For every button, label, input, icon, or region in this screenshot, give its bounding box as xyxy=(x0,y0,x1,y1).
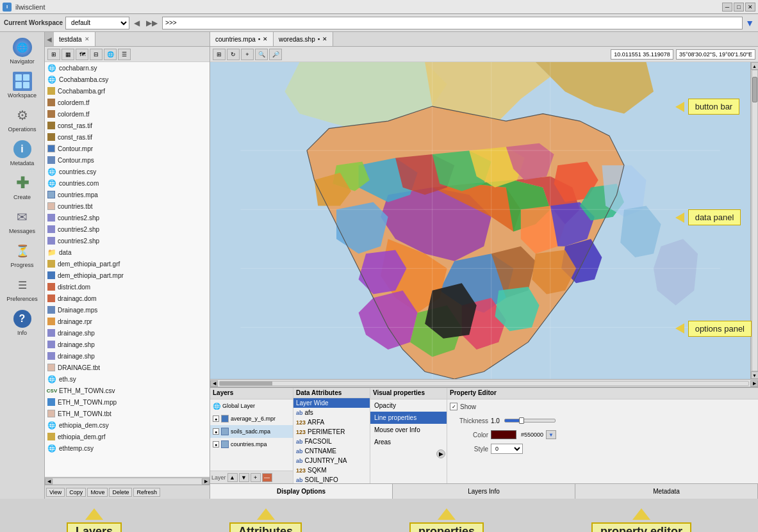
list-item[interactable]: district.dom xyxy=(45,281,210,293)
layer-item-soils[interactable]: ● soils_sadc.mpa xyxy=(210,425,293,438)
sidebar-item-navigator[interactable]: 🌐 Navigator xyxy=(3,35,42,67)
tb-btn-1[interactable]: ⊞ xyxy=(47,49,60,60)
data-item-wide[interactable]: Layer Wide xyxy=(293,398,370,408)
dropdown-arrow[interactable]: ▼ xyxy=(745,18,754,28)
sidebar-item-metadata[interactable]: i Metadata xyxy=(3,136,42,169)
list-item[interactable]: const_ras.tif xyxy=(45,120,210,131)
list-item[interactable]: 🌐 countries.csy xyxy=(45,166,210,177)
close-tab-icon[interactable]: ✕ xyxy=(322,36,327,42)
layer-down-btn[interactable]: ▼ xyxy=(239,473,249,482)
nav-back[interactable]: ◀ xyxy=(132,19,142,28)
tb-btn-3[interactable]: 🗺 xyxy=(76,49,88,60)
scroll-up-btn[interactable]: ▲ xyxy=(751,62,759,70)
close-tab-icon[interactable]: ✕ xyxy=(263,36,268,42)
color-swatch[interactable] xyxy=(491,430,516,439)
nav-forward[interactable]: ▶▶ xyxy=(144,19,160,28)
opt-tab-layers-info[interactable]: Layers Info xyxy=(393,484,575,499)
map-tab-countries[interactable]: countries.mpa ▪ ✕ xyxy=(210,32,274,46)
list-item[interactable]: Cochabamba.grf xyxy=(45,85,210,97)
list-item[interactable]: 🌐 cochabarn.sy xyxy=(45,62,210,74)
layer-checkbox[interactable]: ● xyxy=(213,415,219,422)
list-item[interactable]: colordem.tf xyxy=(45,108,210,120)
scroll-left-btn[interactable]: ◀ xyxy=(210,380,218,387)
list-item[interactable]: 🌐 Cochabamba.csy xyxy=(45,74,210,85)
map-btn-refresh[interactable]: ↻ xyxy=(227,49,240,60)
maximize-button[interactable]: □ xyxy=(734,3,744,12)
map-scrollbar-h[interactable]: ◀ ▶ xyxy=(210,379,758,387)
layer-item-average[interactable]: ● average_y_6.mpr xyxy=(210,412,293,425)
data-item-afs[interactable]: ab afs xyxy=(293,408,370,417)
list-item[interactable]: countries2.shp xyxy=(45,223,210,235)
tb-btn-5[interactable]: 🌐 xyxy=(104,49,117,60)
data-item-sqkm[interactable]: 123 SQKM xyxy=(293,465,370,475)
data-item-cntname[interactable]: ab CNTNAME xyxy=(293,446,370,456)
list-item[interactable]: Drainage.mps xyxy=(45,304,210,316)
list-item[interactable]: dem_ethiopia_part.mpr xyxy=(45,270,210,281)
sidebar-item-create[interactable]: ✚ Create xyxy=(3,170,42,203)
sidebar-item-info[interactable]: ? Info xyxy=(3,306,42,339)
map-btn-zoomout[interactable]: 🔎 xyxy=(269,49,282,60)
view-button[interactable]: View xyxy=(46,488,65,497)
list-item[interactable]: colordem.tf xyxy=(45,97,210,108)
visual-item-opacity[interactable]: Opacity xyxy=(370,399,447,412)
data-item-country[interactable]: ab CJUNTRY_NA xyxy=(293,456,370,465)
close-tab-icon[interactable]: ✕ xyxy=(85,36,90,42)
expand-icon[interactable]: ▶ xyxy=(436,449,445,458)
close-button[interactable]: ✕ xyxy=(745,3,755,12)
layer-up-btn[interactable]: ▲ xyxy=(227,473,238,482)
list-item[interactable]: DRAINAGE.tbt xyxy=(45,362,210,373)
scroll-left-btn[interactable]: ◀ xyxy=(45,478,53,485)
list-item[interactable]: 🌐 countries.com xyxy=(45,177,210,189)
color-picker-btn[interactable]: ▼ xyxy=(546,430,556,439)
workspace-select[interactable]: default xyxy=(65,17,129,29)
show-checkbox[interactable]: ✓ xyxy=(450,403,457,410)
scroll-right-btn[interactable]: ▶ xyxy=(750,380,758,387)
map-tab-woredas[interactable]: woredas.shp ▪ ✕ xyxy=(274,32,333,46)
scroll-down-btn[interactable]: ▼ xyxy=(751,371,759,379)
thickness-slider[interactable] xyxy=(504,419,556,423)
tb-btn-2[interactable]: ▦ xyxy=(62,49,74,60)
list-item[interactable]: ethiopia_dem.grf xyxy=(45,431,210,442)
layer-checkbox[interactable]: ● xyxy=(213,441,219,447)
scroll-right-btn[interactable]: ▶ xyxy=(202,478,210,485)
copy-button[interactable]: Copy xyxy=(66,488,86,497)
move-button[interactable]: Move xyxy=(87,488,108,497)
sidebar-item-preferences[interactable]: ☰ Preferences xyxy=(3,272,42,305)
scrollbar-track[interactable] xyxy=(752,70,758,371)
delete-button[interactable]: Delete xyxy=(109,488,132,497)
list-item[interactable]: ETH_M_TOWN.tbt xyxy=(45,408,210,419)
minimize-button[interactable]: ─ xyxy=(722,3,732,12)
file-list-scrollbar-h[interactable]: ◀ ▶ xyxy=(45,477,210,485)
visual-item-lineprops[interactable]: Line properties xyxy=(370,412,447,424)
list-item[interactable]: countries2.shp xyxy=(45,212,210,223)
list-item[interactable]: ETH_M_TOWN.mpp xyxy=(45,396,210,408)
panel-collapse-btn[interactable]: ◀ xyxy=(45,32,54,46)
tb-btn-6[interactable]: ☰ xyxy=(118,49,131,60)
sidebar-item-operations[interactable]: ⚙ Operations xyxy=(3,102,42,135)
list-item[interactable]: countries2.shp xyxy=(45,235,210,246)
list-item[interactable]: 🌐 eth.sy xyxy=(45,373,210,385)
list-item[interactable]: Contour.mpr xyxy=(45,143,210,154)
list-item[interactable]: drainage.shp xyxy=(45,350,210,362)
layer-item-countries[interactable]: ● countries.mpa xyxy=(210,438,293,451)
style-dropdown[interactable]: 0 1 2 xyxy=(491,444,523,454)
slider-thumb[interactable] xyxy=(519,417,524,424)
refresh-button[interactable]: Refresh xyxy=(133,488,160,497)
list-item[interactable]: 📁 data xyxy=(45,246,210,258)
layer-add-btn[interactable]: + xyxy=(251,473,261,482)
expand-visual-btn[interactable]: ▶ xyxy=(370,448,447,460)
sidebar-item-progress[interactable]: ⏳ Progress xyxy=(3,238,42,271)
data-item-perimeter[interactable]: 123 PERIMETER xyxy=(293,427,370,437)
list-item[interactable]: drainage.rpr xyxy=(45,316,210,327)
list-item[interactable]: drainage.shp xyxy=(45,339,210,350)
opt-tab-display[interactable]: Display Options xyxy=(210,484,393,499)
h-scroll-thumb[interactable] xyxy=(219,381,749,386)
data-item-facsoil[interactable]: ab FACSOIL xyxy=(293,437,370,446)
map-scrollbar-v[interactable]: ▲ ▼ xyxy=(750,62,758,379)
scrollbar-thumb[interactable] xyxy=(752,77,757,102)
sidebar-item-workspace[interactable]: Workspace xyxy=(3,69,42,101)
opt-tab-metadata[interactable]: Metadata xyxy=(575,484,758,499)
layer-item-global[interactable]: 🌐 Global Layer xyxy=(210,399,293,412)
layer-checkbox[interactable]: ● xyxy=(213,428,219,435)
list-item[interactable]: dem_ethiopia_part.grf xyxy=(45,258,210,270)
